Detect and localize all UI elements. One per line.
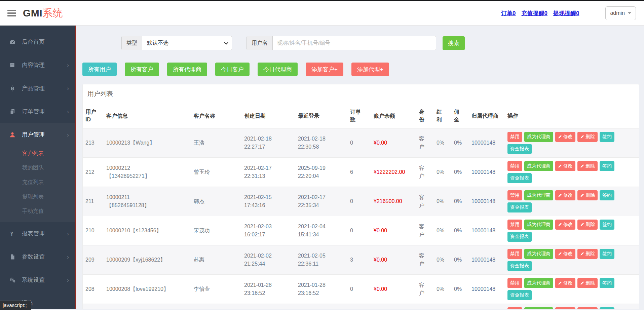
- user-menu[interactable]: admin: [605, 6, 636, 20]
- cell-created-date: 2021-02-02 21:25:44: [241, 245, 295, 275]
- fund-report-button[interactable]: 资金报表: [507, 144, 532, 154]
- all-customers-button[interactable]: 所有客户: [125, 63, 159, 76]
- sidebar-item-reports[interactable]: ¥ 报表管理 ›: [0, 222, 75, 245]
- cell-user-id: 208: [83, 275, 104, 304]
- disable-button[interactable]: 禁用: [507, 278, 522, 288]
- sidebar-item-orders[interactable]: 订单管理 ›: [0, 100, 75, 123]
- cell-customer-info: 10000207【kof2002】: [104, 304, 191, 309]
- sidebar-item-products[interactable]: B 产品管理 ›: [0, 77, 75, 100]
- sidebar-subitem-manual-recharge[interactable]: 手动充值: [0, 204, 75, 219]
- delete-button[interactable]: 删除: [577, 161, 598, 171]
- sidebar-item-params[interactable]: 参数设置 ›: [0, 245, 75, 268]
- all-agents-button[interactable]: 所有代理商: [167, 63, 207, 76]
- sign-button[interactable]: 签约: [600, 132, 614, 142]
- cell-agent-link[interactable]: 10000148: [469, 304, 505, 309]
- sign-button[interactable]: 签约: [600, 249, 614, 259]
- become-agent-button[interactable]: 成为代理商: [524, 220, 553, 230]
- today-customers-button[interactable]: 今日客户: [215, 63, 250, 76]
- username-input[interactable]: [273, 36, 436, 50]
- become-agent-button[interactable]: 成为代理商: [524, 132, 553, 142]
- sidebar-subitem-withdraw-list[interactable]: 提现列表: [0, 190, 75, 204]
- cell-last-login: 2021-02-18 22:30:58: [295, 128, 347, 158]
- pencil-icon: [580, 223, 584, 227]
- sidebar-item-label: 内容管理: [22, 61, 45, 69]
- fund-report-button[interactable]: 资金报表: [507, 290, 532, 300]
- search-button[interactable]: 搜索: [443, 36, 465, 50]
- cell-agent-link[interactable]: 10000148: [469, 245, 505, 275]
- cell-order-count: 0: [347, 128, 371, 158]
- delete-button[interactable]: 删除: [577, 220, 598, 230]
- become-agent-button[interactable]: 成为代理商: [524, 278, 553, 288]
- cell-created-date: 2021-01-28 23:16:52: [241, 275, 295, 304]
- cell-agent-link[interactable]: 10000148: [469, 216, 505, 245]
- disable-button[interactable]: 禁用: [507, 220, 522, 230]
- cell-user-id: 211: [83, 187, 104, 216]
- cell-customer-name: 苏惠: [191, 245, 241, 275]
- menu-toggle-icon[interactable]: [7, 8, 16, 18]
- disable-button[interactable]: 禁用: [507, 307, 522, 309]
- disable-button[interactable]: 禁用: [507, 132, 522, 142]
- logo-accent-text: 系统: [42, 7, 63, 18]
- cell-balance: ¥0.00: [371, 275, 416, 304]
- become-agent-button[interactable]: 成为代理商: [524, 161, 553, 171]
- type-select[interactable]: 默认不选: [142, 36, 232, 50]
- sign-button[interactable]: 签约: [600, 307, 614, 309]
- edit-button[interactable]: 修改: [555, 249, 575, 259]
- fund-report-button[interactable]: 资金报表: [507, 173, 532, 183]
- edit-button[interactable]: 修改: [555, 132, 575, 142]
- delete-button[interactable]: 删除: [577, 249, 598, 259]
- edit-button[interactable]: 修改: [555, 220, 575, 230]
- disable-button[interactable]: 禁用: [507, 190, 522, 200]
- all-users-button[interactable]: 所有用户: [82, 63, 117, 76]
- cell-customer-info: 10000212【13428952271】: [104, 158, 191, 187]
- table-row: 208 10000208【love199210】 李怡萱 2021-01-28 …: [83, 275, 639, 304]
- cell-customer-name: 陈冠希: [191, 304, 241, 309]
- recharge-alert-link[interactable]: 充值提醒0: [521, 9, 547, 17]
- sign-button[interactable]: 签约: [600, 190, 614, 200]
- pencil-icon: [558, 193, 562, 197]
- sidebar-item-content[interactable]: 内容管理 ›: [0, 53, 75, 77]
- delete-button[interactable]: 删除: [577, 278, 598, 288]
- sign-button[interactable]: 签约: [600, 278, 614, 288]
- edit-button[interactable]: 修改: [555, 307, 575, 309]
- add-agent-button[interactable]: 添加代理+: [351, 63, 389, 76]
- cell-customer-name: 李怡萱: [191, 275, 241, 304]
- fund-report-button[interactable]: 资金报表: [507, 232, 532, 242]
- become-agent-button[interactable]: 成为代理商: [524, 307, 553, 309]
- delete-button[interactable]: 删除: [577, 190, 598, 200]
- cell-last-login: 2025-09-19 22:20:04: [295, 158, 347, 187]
- disable-button[interactable]: 禁用: [507, 161, 522, 171]
- cell-agent-link[interactable]: 10000148: [469, 275, 505, 304]
- fund-report-button[interactable]: 资金报表: [507, 261, 532, 271]
- edit-button[interactable]: 修改: [555, 190, 575, 200]
- cell-agent-link[interactable]: 10000148: [469, 158, 505, 187]
- sign-button[interactable]: 签约: [600, 220, 614, 230]
- delete-button[interactable]: 删除: [577, 132, 598, 142]
- sign-button[interactable]: 签约: [600, 161, 614, 171]
- cell-bonus: 0%: [434, 128, 451, 158]
- edit-button[interactable]: 修改: [555, 278, 575, 288]
- sidebar-subitem-customer-list[interactable]: 客户列表: [0, 146, 75, 161]
- sidebar-item-users[interactable]: 用户管理 ›: [0, 123, 75, 146]
- disable-button[interactable]: 禁用: [507, 249, 522, 259]
- fund-report-button[interactable]: 资金报表: [507, 202, 532, 212]
- become-agent-button[interactable]: 成为代理商: [524, 190, 553, 200]
- book-icon: [9, 62, 16, 69]
- cell-agent-link[interactable]: 10000148: [469, 187, 505, 216]
- add-customer-button[interactable]: 添加客户+: [306, 63, 343, 76]
- orders-link[interactable]: 订单0: [501, 9, 516, 17]
- sidebar-subitem-recharge-list[interactable]: 充值列表: [0, 175, 75, 190]
- delete-button[interactable]: 删除: [577, 307, 598, 309]
- cell-commission: 0%: [451, 187, 469, 216]
- cell-order-count: 0: [347, 216, 371, 245]
- today-agents-button[interactable]: 今日代理商: [258, 63, 298, 76]
- edit-button[interactable]: 修改: [555, 161, 575, 171]
- cell-agent-link[interactable]: 10000148: [469, 128, 505, 158]
- become-agent-button[interactable]: 成为代理商: [524, 249, 553, 259]
- sidebar-item-system[interactable]: 系统设置 ›: [0, 268, 75, 292]
- sidebar-subitem-my-team[interactable]: 我的团队: [0, 161, 75, 175]
- user-name: admin: [610, 10, 625, 16]
- withdraw-alert-link[interactable]: 提现提醒0: [553, 9, 579, 17]
- cell-balance: ¥216500.00: [371, 187, 416, 216]
- sidebar-item-dashboard[interactable]: 后台首页: [0, 30, 75, 53]
